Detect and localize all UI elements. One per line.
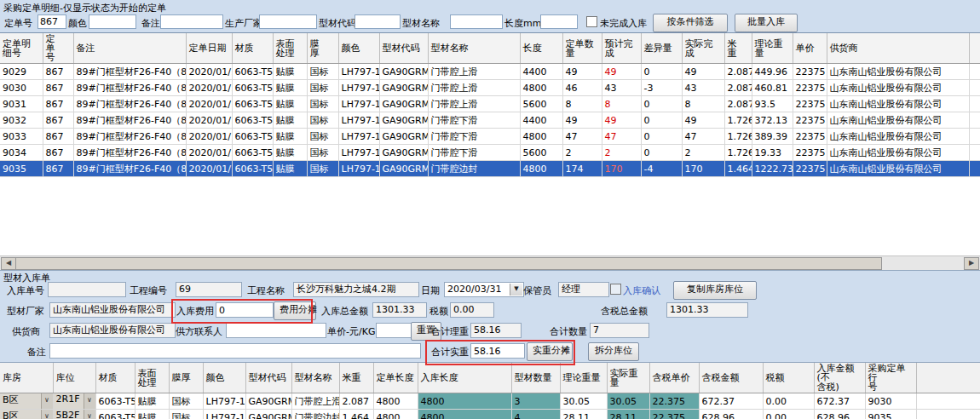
column-header[interactable]: 定单日期 xyxy=(186,33,232,64)
order-row[interactable]: 903586789#门框型材F26-F40（866+867）2020/01/13… xyxy=(0,161,980,177)
cell[interactable]: 9030 xyxy=(865,393,916,410)
cell[interactable]: 19.33 xyxy=(752,145,793,161)
column-header[interactable]: 颜色 xyxy=(203,363,245,393)
profile-name-input[interactable] xyxy=(450,14,503,29)
cell[interactable]: 1.464 xyxy=(339,410,373,419)
column-header[interactable]: 型材数量 xyxy=(511,363,560,393)
cell[interactable]: 贴膜 xyxy=(135,393,169,410)
column-header[interactable]: 实际重量 xyxy=(607,363,649,393)
inbound-row[interactable]: B区∨5B2F∨6063-T5贴膜国标LH797-1LL0GA90GRM05门带… xyxy=(0,410,980,419)
cell[interactable]: 867 xyxy=(43,145,73,161)
cell[interactable]: 国标 xyxy=(307,145,338,161)
column-header[interactable]: 理论重量 xyxy=(560,363,607,393)
column-header[interactable]: 定单数 量 xyxy=(562,33,602,64)
cell[interactable]: 49 xyxy=(602,112,641,129)
column-header[interactable]: 型材名称 xyxy=(428,33,520,64)
cell[interactable]: 2 xyxy=(562,145,602,161)
cell[interactable]: 贴膜 xyxy=(273,129,307,145)
order-row[interactable]: 903286789#门框型材F26-F40（866+867）2020/01/13… xyxy=(0,112,980,129)
cell[interactable]: 8 xyxy=(562,96,602,112)
cell[interactable]: 门带腔上滑 xyxy=(428,64,520,80)
cell[interactable]: 门带腔边封 xyxy=(291,410,339,419)
cell[interactable]: 门带腔下滑 xyxy=(428,112,520,129)
cell[interactable]: 89#门框型材F26-F40（866+867） xyxy=(73,112,186,129)
cell[interactable]: 49 xyxy=(682,112,724,129)
cell[interactable]: 4 xyxy=(511,410,560,419)
cell[interactable]: 2 xyxy=(602,145,641,161)
cell[interactable] xyxy=(916,410,980,419)
cell[interactable]: 30.05 xyxy=(607,393,649,410)
total-with-tax-field[interactable]: 1301.33 xyxy=(666,302,748,318)
cell[interactable]: 2020/01/13 xyxy=(186,145,232,161)
cell[interactable]: 389.39 xyxy=(752,129,793,145)
cell[interactable]: 460.81 xyxy=(752,80,793,96)
cell[interactable]: 0.00 xyxy=(763,393,814,410)
cell[interactable]: 22375 xyxy=(793,80,827,96)
dropdown-arrow-icon[interactable]: ∨ xyxy=(41,393,53,409)
cell[interactable]: GA90GRM03 xyxy=(379,96,428,112)
cell[interactable] xyxy=(969,80,980,96)
cell[interactable] xyxy=(969,161,980,177)
cell[interactable]: 2.087 xyxy=(724,96,752,112)
column-header[interactable]: 表面 处理 xyxy=(135,363,169,393)
order-no-input[interactable] xyxy=(37,14,66,29)
dropdown-arrow-icon[interactable]: ∨ xyxy=(84,393,95,409)
column-header[interactable]: 含税金额 xyxy=(699,363,763,393)
cell[interactable]: 山东南山铝业股份有限公司 xyxy=(827,129,969,145)
cell[interactable]: 0 xyxy=(641,129,682,145)
cell[interactable]: 2020/01/13 xyxy=(186,112,232,129)
order-row[interactable]: 902986789#门框型材F26-F40（866+867）2020/01/13… xyxy=(0,64,980,80)
column-header[interactable]: 颜色 xyxy=(338,33,379,64)
cell[interactable]: 6063-T5 xyxy=(232,129,273,145)
factory-field[interactable]: 山东南山铝业股份有限公司 xyxy=(49,302,176,318)
cell[interactable]: GA90GRM04 xyxy=(379,112,428,129)
column-header[interactable]: 膜厚 xyxy=(169,363,203,393)
column-header[interactable]: 膜 厚 xyxy=(307,33,338,64)
cell[interactable]: LH797-1LL0 xyxy=(338,64,379,80)
unit-price-input[interactable] xyxy=(376,323,412,338)
filter-by-condition-button[interactable]: 按条件筛选 xyxy=(653,14,728,32)
remark-input[interactable] xyxy=(160,14,223,29)
cell[interactable] xyxy=(969,129,980,145)
cell[interactable]: 22375 xyxy=(793,64,827,80)
cell[interactable]: 628.96 xyxy=(699,410,763,419)
cell[interactable]: 2.087 xyxy=(724,64,752,80)
scroll-left-icon[interactable]: ◀ xyxy=(1,257,16,270)
column-header[interactable]: 差异量 xyxy=(641,33,682,64)
column-header[interactable]: 实际完 成 xyxy=(682,33,724,64)
cell[interactable]: 6063-T5 xyxy=(232,96,273,112)
cell[interactable]: 170 xyxy=(602,161,641,177)
column-header[interactable]: 米重 xyxy=(339,363,373,393)
cell[interactable] xyxy=(969,112,980,129)
column-header[interactable]: 税额 xyxy=(763,363,814,393)
cell[interactable]: 1.726 xyxy=(724,112,752,129)
cell[interactable]: 43 xyxy=(602,80,641,96)
cell[interactable]: 9029 xyxy=(0,64,43,80)
cell[interactable]: GA90GRM04 xyxy=(379,145,428,161)
cell[interactable]: 山东南山铝业股份有限公司 xyxy=(827,96,969,112)
cell[interactable] xyxy=(969,145,980,161)
supplier-field[interactable]: 山东南山铝业股份有限公司 xyxy=(49,323,176,338)
cell[interactable]: 5600 xyxy=(520,96,562,112)
column-header[interactable]: 型材代码 xyxy=(379,33,428,64)
cell[interactable]: 1.726 xyxy=(724,145,752,161)
length-input[interactable] xyxy=(540,14,578,29)
cell[interactable]: 门带腔上滑 xyxy=(428,80,520,96)
inbound-row[interactable]: B区∨2R1F∨6063-T5贴膜国标LH797-1LL0GA90GRM03门带… xyxy=(0,393,980,410)
column-header[interactable]: 供货商 xyxy=(827,33,969,64)
cell[interactable]: -3 xyxy=(641,80,682,96)
cell[interactable] xyxy=(969,96,980,112)
cell[interactable]: 贴膜 xyxy=(135,410,169,419)
total-amount-field[interactable]: 1301.33 xyxy=(372,302,427,318)
cell[interactable]: 49 xyxy=(562,112,602,129)
cell[interactable]: 89#门框型材F26-F40（866+867） xyxy=(73,145,186,161)
cell[interactable]: 2020/01/13 xyxy=(186,161,232,177)
cell[interactable]: 6063-T5 xyxy=(232,112,273,129)
cell[interactable]: 89#门框型材F26-F40（866+867） xyxy=(73,96,186,112)
cell[interactable]: 贴膜 xyxy=(273,112,307,129)
cell[interactable]: 8 xyxy=(602,96,641,112)
cell[interactable]: 贴膜 xyxy=(273,145,307,161)
cell[interactable]: 6063-T5 xyxy=(232,145,273,161)
cell[interactable]: 2R1F∨ xyxy=(53,393,95,410)
cell[interactable]: 5B2F∨ xyxy=(53,410,95,419)
